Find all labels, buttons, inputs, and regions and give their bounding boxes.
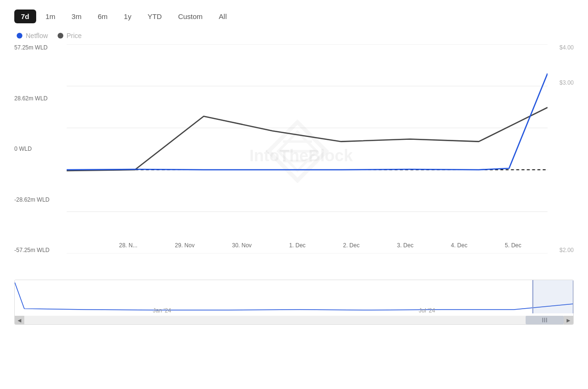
nav-x-jan: Jan '24: [153, 307, 171, 314]
scroll-right-arrow[interactable]: ▶: [564, 316, 573, 324]
netflow-label: Netflow: [26, 32, 48, 39]
y-label-0: 57.25m WLD: [14, 44, 67, 51]
price-label: Price: [67, 32, 82, 39]
time-btn-3m[interactable]: 3m: [65, 10, 88, 23]
main-chart: 57.25m WLD 28.62m WLD 0 WLD -28.62m WLD …: [14, 44, 574, 277]
y-label-2: 0 WLD: [14, 146, 67, 152]
chart-svg-container: IntoTheBlock 28. N... 29. Nov 30. Nov 1.…: [67, 44, 548, 253]
scroll-left-arrow[interactable]: ◀: [15, 316, 24, 324]
netflow-dot: [17, 33, 22, 39]
legend-netflow: Netflow: [17, 32, 48, 39]
x-label-2: 30. Nov: [232, 242, 251, 249]
time-btn-custom[interactable]: Custom: [171, 10, 209, 23]
x-label-4: 2. Dec: [343, 242, 359, 249]
time-btn-7d[interactable]: 7d: [14, 10, 36, 23]
x-label-6: 4. Dec: [451, 242, 468, 249]
time-btn-6m[interactable]: 6m: [91, 10, 114, 23]
time-btn-1m[interactable]: 1m: [39, 10, 62, 23]
y-right-label-2: $2.00: [559, 247, 574, 253]
y-axis-left: 57.25m WLD 28.62m WLD 0 WLD -28.62m WLD …: [14, 44, 67, 253]
price-dot: [58, 33, 63, 39]
time-btn-all[interactable]: All: [212, 10, 234, 23]
x-label-7: 5. Dec: [505, 242, 521, 249]
scroll-grip: [542, 318, 547, 322]
nav-x-jul: Jul '24: [419, 307, 435, 314]
navigator-x-labels: Jan '24 Jul '24: [15, 307, 573, 314]
x-label-3: 1. Dec: [289, 242, 306, 249]
legend-price: Price: [58, 32, 82, 39]
y-right-label-1: $3.00: [559, 79, 574, 86]
y-label-1: 28.62m WLD: [14, 95, 67, 102]
time-btn-1y[interactable]: 1y: [117, 10, 138, 23]
x-axis: 28. N... 29. Nov 30. Nov 1. Dec 2. Dec 3…: [119, 242, 521, 249]
chart-svg: IntoTheBlock: [67, 44, 548, 253]
y-right-label-0: $4.00: [559, 44, 574, 51]
navigator-scrollbar: ◀ ▶: [15, 316, 573, 324]
navigator-area: Jan '24 Jul '24 ◀ ▶: [14, 280, 574, 325]
scroll-thumb[interactable]: [526, 316, 564, 324]
x-label-5: 3. Dec: [397, 242, 414, 249]
x-label-1: 29. Nov: [175, 242, 194, 249]
y-label-3: -28.62m WLD: [14, 196, 67, 203]
x-label-0: 28. N...: [119, 242, 138, 249]
time-range-bar: 7d1m3m6m1yYTDCustomAll: [14, 10, 574, 23]
legend: Netflow Price: [14, 32, 574, 39]
y-label-4: -57.25m WLD: [14, 247, 67, 253]
y-axis-right: $4.00 $3.00 $2.00: [548, 44, 574, 253]
time-btn-ytd[interactable]: YTD: [141, 10, 169, 23]
scroll-track: [24, 316, 564, 324]
svg-text:IntoTheBlock: IntoTheBlock: [249, 146, 353, 164]
